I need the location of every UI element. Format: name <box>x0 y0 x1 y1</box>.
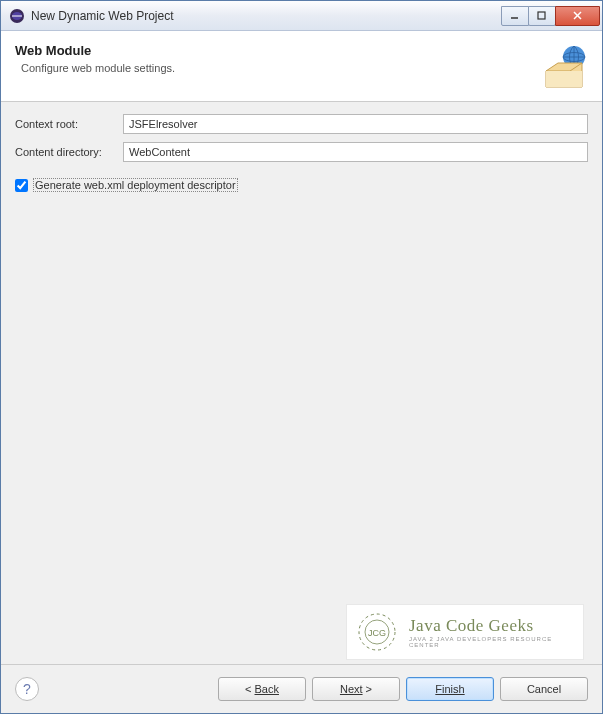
page-subtitle: Configure web module settings. <box>15 62 540 74</box>
context-root-input[interactable] <box>123 114 588 134</box>
eclipse-icon <box>9 8 25 24</box>
help-button[interactable]: ? <box>15 677 39 701</box>
watermark-title: Java Code Geeks <box>409 616 575 636</box>
generate-webxml-checkbox[interactable] <box>15 179 28 192</box>
window-controls <box>502 6 600 26</box>
maximize-button[interactable] <box>528 6 556 26</box>
next-button[interactable]: Next > <box>312 677 400 701</box>
svg-rect-3 <box>538 12 545 19</box>
context-root-row: Context root: <box>15 114 588 134</box>
generate-webxml-label: Generate web.xml deployment descriptor <box>33 178 238 192</box>
close-button[interactable] <box>555 6 600 26</box>
page-title: Web Module <box>15 43 540 58</box>
wizard-content: Context root: Content directory: Generat… <box>1 102 602 664</box>
help-icon: ? <box>23 681 31 697</box>
jcg-logo-icon: JCG <box>355 610 399 654</box>
wizard-footer: ? < Back Next > Finish Cancel <box>1 664 602 713</box>
back-button[interactable]: < Back <box>218 677 306 701</box>
dialog-window: New Dynamic Web Project Web Module Confi… <box>0 0 603 714</box>
titlebar-title: New Dynamic Web Project <box>31 9 502 23</box>
watermark: JCG Java Code Geeks Java 2 Java Develope… <box>346 604 584 660</box>
wizard-header: Web Module Configure web module settings… <box>1 31 602 102</box>
web-module-icon <box>540 43 588 91</box>
context-root-label: Context root: <box>15 118 123 130</box>
minimize-button[interactable] <box>501 6 529 26</box>
watermark-subtitle: Java 2 Java Developers Resource Center <box>409 636 575 648</box>
cancel-button[interactable]: Cancel <box>500 677 588 701</box>
content-directory-row: Content directory: <box>15 142 588 162</box>
finish-button[interactable]: Finish <box>406 677 494 701</box>
generate-webxml-row: Generate web.xml deployment descriptor <box>15 178 588 192</box>
content-directory-input[interactable] <box>123 142 588 162</box>
svg-text:JCG: JCG <box>368 628 386 638</box>
content-directory-label: Content directory: <box>15 146 123 158</box>
titlebar[interactable]: New Dynamic Web Project <box>1 1 602 31</box>
